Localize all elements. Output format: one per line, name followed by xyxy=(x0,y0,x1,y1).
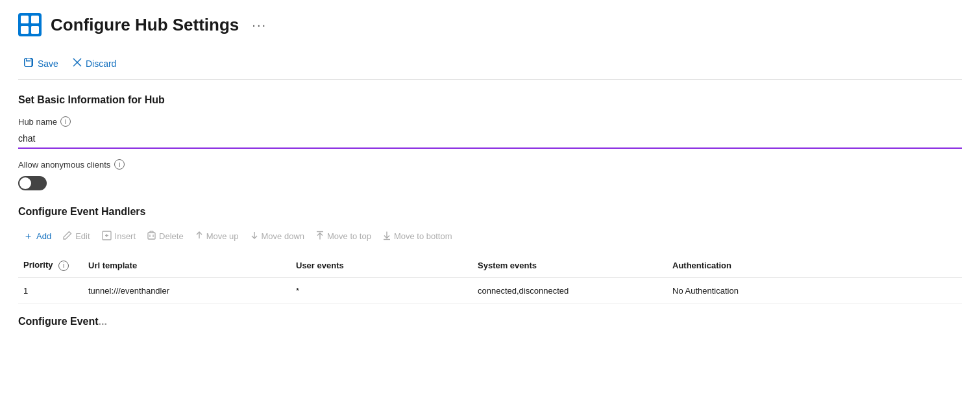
col-header-auth: Authentication xyxy=(667,253,962,277)
col-header-url: Url template xyxy=(83,253,291,277)
svg-rect-4 xyxy=(31,26,39,34)
table-header-row: Priority i Url template User events Syst… xyxy=(18,253,962,277)
toolbar: Save Discard xyxy=(18,48,962,80)
discard-button[interactable]: Discard xyxy=(67,55,121,72)
page-title: Configure Hub Settings xyxy=(51,15,239,35)
cell-authentication: No Authentication xyxy=(667,277,962,303)
hub-name-input[interactable] xyxy=(18,129,962,149)
insert-icon xyxy=(102,231,112,242)
svg-rect-3 xyxy=(21,26,29,34)
event-handlers-section: Configure Event Handlers ＋ Add Edit Inse… xyxy=(18,206,962,304)
delete-button[interactable]: Delete xyxy=(142,227,189,245)
svg-rect-2 xyxy=(31,16,39,23)
col-header-priority: Priority i xyxy=(18,253,83,277)
allow-anon-info-icon: i xyxy=(114,159,125,170)
move-to-bottom-label: Move to bottom xyxy=(394,231,452,241)
move-down-button[interactable]: Move down xyxy=(245,227,310,245)
event-handlers-title: Configure Event Handlers xyxy=(18,206,962,218)
svg-rect-10 xyxy=(148,233,155,239)
more-options-button[interactable]: ··· xyxy=(248,16,271,34)
allow-anon-label: Allow anonymous clients i xyxy=(18,159,962,170)
insert-label: Insert xyxy=(115,231,136,241)
save-button[interactable]: Save xyxy=(18,55,64,73)
cell-url-template: tunnel:///eventhandler xyxy=(83,277,291,303)
insert-button[interactable]: Insert xyxy=(97,227,141,246)
move-up-label: Move up xyxy=(206,231,239,241)
priority-info-icon: i xyxy=(58,261,69,271)
cell-system-events: connected,disconnected xyxy=(472,277,667,303)
move-down-icon xyxy=(251,231,258,242)
toggle-thumb xyxy=(19,177,31,189)
save-icon xyxy=(23,57,34,70)
move-up-button[interactable]: Move up xyxy=(190,227,244,245)
hub-name-info-icon: i xyxy=(60,116,71,127)
edit-icon xyxy=(63,231,72,242)
save-label: Save xyxy=(38,58,58,69)
delete-label: Delete xyxy=(159,231,184,241)
move-up-icon xyxy=(195,231,203,242)
toggle-track xyxy=(18,176,47,190)
add-label: Add xyxy=(36,231,51,241)
svg-rect-1 xyxy=(21,16,29,23)
move-to-top-button[interactable]: Move to top xyxy=(311,227,376,246)
move-to-bottom-icon xyxy=(383,231,391,242)
app-icon xyxy=(18,13,42,36)
event-handlers-table: Priority i Url template User events Syst… xyxy=(18,253,962,304)
cell-priority: 1 xyxy=(18,277,83,303)
col-header-user-events: User events xyxy=(291,253,472,277)
cell-user-events: * xyxy=(291,277,472,303)
discard-label: Discard xyxy=(86,58,116,69)
move-down-label: Move down xyxy=(262,231,304,241)
basic-info-title: Set Basic Information for Hub xyxy=(18,94,962,106)
add-button[interactable]: ＋ Add xyxy=(18,227,56,246)
add-icon: ＋ xyxy=(23,230,33,242)
anonymous-clients-toggle[interactable] xyxy=(18,176,47,190)
edit-label: Edit xyxy=(75,231,90,241)
basic-info-section: Set Basic Information for Hub Hub name i… xyxy=(18,94,962,206)
table-row[interactable]: 1 tunnel:///eventhandler * connected,dis… xyxy=(18,277,962,303)
move-to-top-label: Move to top xyxy=(327,231,371,241)
edit-button[interactable]: Edit xyxy=(58,227,95,245)
configure-section-title: Configure Event... xyxy=(18,316,962,327)
action-bar: ＋ Add Edit Insert Delete xyxy=(18,227,962,246)
delete-icon xyxy=(147,231,156,242)
move-to-top-icon xyxy=(316,231,324,242)
hub-name-label: Hub name i xyxy=(18,116,962,127)
move-to-bottom-button[interactable]: Move to bottom xyxy=(378,227,458,246)
discard-icon xyxy=(73,58,82,70)
col-header-system-events: System events xyxy=(472,253,667,277)
